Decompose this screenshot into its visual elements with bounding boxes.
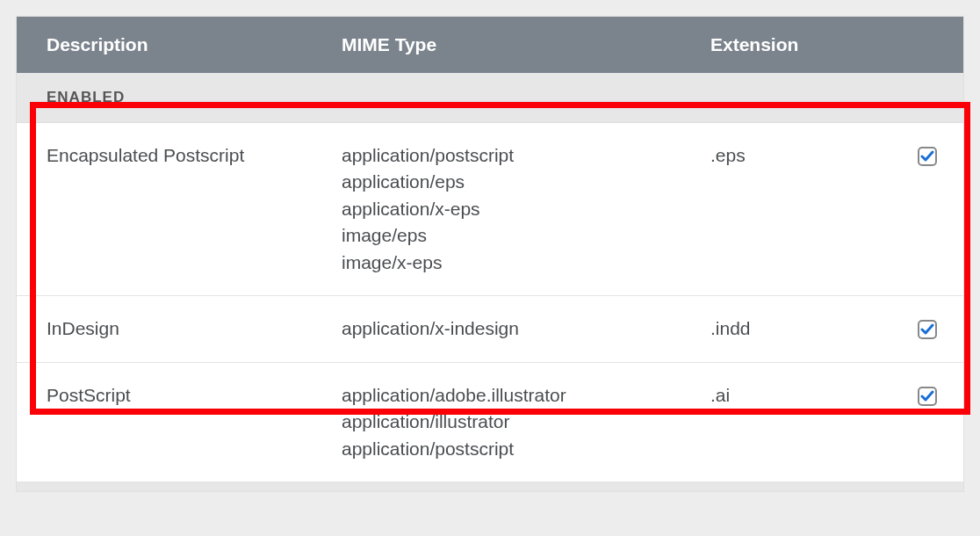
cell-mime-type: application/x-indesign	[342, 315, 710, 342]
header-mime-type: MIME Type	[342, 34, 710, 55]
checkmark-icon	[920, 389, 934, 403]
cell-mime-type: application/postscript application/eps a…	[342, 142, 710, 276]
table-row: InDesign application/x-indesign .indd	[17, 296, 963, 362]
table-header-row: Description MIME Type Extension	[17, 17, 963, 73]
header-description: Description	[17, 34, 342, 55]
cell-description: PostScript	[17, 382, 342, 462]
cell-checkbox	[877, 382, 963, 462]
header-checkbox-spacer	[877, 34, 963, 55]
cell-mime-type: application/adobe.illustrator applicatio…	[342, 382, 710, 462]
header-extension: Extension	[710, 34, 877, 55]
mime-value: application/postscript	[342, 142, 710, 169]
mime-value: image/x-eps	[342, 250, 710, 276]
cell-checkbox	[877, 315, 963, 342]
enable-checkbox[interactable]	[918, 147, 937, 166]
cell-extension: .indd	[710, 315, 877, 342]
enable-checkbox[interactable]	[918, 387, 937, 406]
mime-types-table: Description MIME Type Extension ENABLED …	[16, 16, 964, 492]
mime-value: application/x-eps	[342, 196, 710, 222]
table-row: PostScript application/adobe.illustrator…	[17, 363, 963, 482]
table-bottom-strip	[17, 482, 963, 491]
mime-value: application/eps	[342, 169, 710, 195]
checkmark-icon	[920, 149, 934, 163]
cell-extension: .ai	[710, 382, 877, 462]
mime-value: image/eps	[342, 222, 710, 249]
cell-extension: .eps	[710, 142, 877, 276]
mime-value: application/adobe.illustrator	[342, 382, 710, 409]
table-row: Encapsulated Postscript application/post…	[17, 123, 963, 296]
cell-checkbox	[877, 142, 963, 276]
section-enabled-label: ENABLED	[17, 73, 963, 123]
mime-value: application/illustrator	[342, 409, 710, 435]
cell-description: Encapsulated Postscript	[17, 142, 342, 276]
enable-checkbox[interactable]	[918, 320, 937, 339]
checkmark-icon	[920, 322, 934, 337]
mime-value: application/x-indesign	[342, 315, 710, 342]
cell-description: InDesign	[17, 315, 342, 342]
mime-value: application/postscript	[342, 436, 710, 462]
